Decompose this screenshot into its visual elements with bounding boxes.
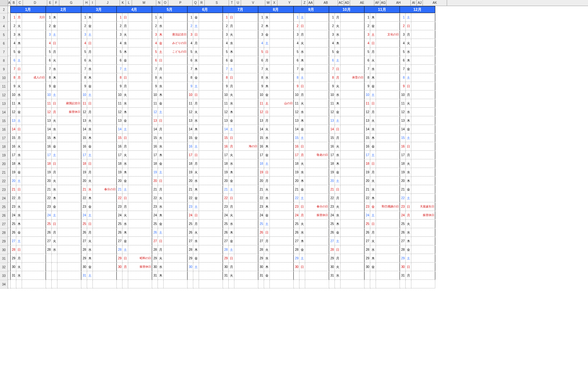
day-num-m1-d21[interactable]: 21 [11, 185, 16, 194]
day-num-m5-d19[interactable]: 19 [152, 168, 158, 177]
day-num-m7-d7[interactable]: 7 [223, 65, 229, 73]
holiday-m2-d7[interactable] [57, 65, 81, 73]
day-name-m12-d30[interactable]: 日 [406, 263, 411, 271]
holiday-m3-d6[interactable] [93, 56, 117, 65]
day-name-m11-d7[interactable]: 水 [370, 65, 376, 73]
holiday-m5-d4[interactable]: みどりの日 [164, 39, 187, 47]
day-name-m12-d23[interactable]: 日 [406, 203, 411, 211]
day-name-m12-d27[interactable]: 木 [406, 237, 411, 245]
day-name-m10-d25[interactable]: 木 [335, 220, 341, 228]
day-name-m7-d20[interactable]: 金 [229, 177, 234, 185]
day-name-m5-d17[interactable]: 木 [158, 151, 164, 159]
day-name-m12-d31[interactable]: 月 [406, 271, 411, 280]
day-num-m7-d9[interactable]: 9 [223, 82, 229, 90]
holiday-m9-d31[interactable] [305, 271, 329, 280]
holiday-m2-d16[interactable] [57, 142, 81, 151]
day-name-m7-d23[interactable]: 月 [229, 203, 234, 211]
col-header-D[interactable]: D [23, 0, 47, 6]
holiday-m5-d15[interactable] [164, 134, 187, 142]
day-num-m2-d13[interactable]: 13 [46, 117, 52, 125]
day-num-m1-d13[interactable]: 13 [11, 117, 16, 125]
holiday-m12-d22[interactable] [411, 194, 435, 202]
day-num-m3-d16[interactable]: 16 [81, 142, 87, 151]
holiday-m1-d24[interactable] [22, 211, 46, 220]
day-num-m2-d3[interactable]: 3 [46, 31, 52, 39]
holiday-m12-d30[interactable] [411, 263, 435, 271]
day-num-m8-d26[interactable]: 26 [258, 228, 264, 237]
day-num-m9-d6[interactable]: 6 [294, 56, 299, 65]
holiday-m7-d9[interactable] [234, 82, 258, 90]
day-num-m12-d27[interactable]: 27 [400, 237, 406, 245]
day-name-m10-d30[interactable]: 火 [335, 263, 341, 271]
day-name-m2-d28[interactable]: 水 [52, 246, 57, 254]
day-num-m11-d5[interactable]: 5 [364, 48, 370, 56]
day-name-m5-d6[interactable]: 日 [158, 56, 164, 65]
row-header-9[interactable]: 9 [0, 65, 8, 74]
day-num-m8-d13[interactable]: 13 [258, 117, 264, 125]
holiday-m7-d19[interactable] [234, 168, 258, 177]
holiday-m3-d27[interactable] [93, 237, 117, 245]
holiday-m12-d24[interactable]: 振替休日 [411, 211, 435, 220]
day-num-m4-d9[interactable]: 9 [117, 82, 122, 90]
day-num-m11-d22[interactable]: 22 [364, 194, 370, 202]
row-header-5[interactable]: 5 [0, 31, 8, 39]
day-num-m11-d7[interactable]: 7 [364, 65, 370, 73]
day-name-m2-d6[interactable]: 火 [52, 56, 57, 65]
day-name-m10-d2[interactable]: 火 [335, 22, 341, 30]
cell-A19[interactable] [8, 151, 11, 159]
holiday-m1-d23[interactable] [22, 203, 46, 211]
day-name-m1-d2[interactable]: 火 [16, 22, 22, 30]
day-name-m6-d28[interactable]: 木 [193, 246, 199, 254]
col-header-V[interactable]: V [241, 0, 265, 6]
day-name-m2-d10[interactable]: 土 [52, 91, 57, 99]
holiday-m6-d26[interactable] [199, 228, 223, 237]
holiday-m6-d6[interactable] [199, 56, 223, 65]
day-num-m3-d10[interactable]: 10 [81, 91, 87, 99]
day-name-m2-d16[interactable]: 金 [52, 142, 57, 151]
col-header-AF[interactable]: AF [374, 0, 380, 6]
holiday-m1-d27[interactable] [22, 237, 46, 245]
day-num-m10-d18[interactable]: 18 [329, 160, 335, 168]
day-name-m10-d28[interactable]: 日 [335, 246, 341, 254]
day-name-m11-d16[interactable]: 金 [370, 142, 376, 151]
day-num-m6-d17[interactable]: 17 [187, 151, 193, 159]
day-num-m2-d19[interactable]: 19 [46, 168, 52, 177]
day-name-m10-d8[interactable]: 月 [335, 74, 341, 82]
holiday-m11-d30[interactable] [376, 263, 400, 271]
holiday-m11-d10[interactable] [376, 91, 400, 99]
day-num-m6-d10[interactable]: 10 [187, 91, 193, 99]
day-num-m9-d4[interactable]: 4 [294, 39, 299, 47]
day-num-m10-d23[interactable]: 23 [329, 203, 335, 211]
holiday-m10-d31[interactable] [341, 271, 364, 280]
day-name-m1-d25[interactable]: 木 [16, 220, 22, 228]
day-num-m8-d4[interactable]: 4 [258, 39, 264, 47]
day-num-m4-d30[interactable]: 30 [117, 263, 122, 271]
day-num-m2-d17[interactable]: 17 [46, 151, 52, 159]
holiday-m4-d5[interactable] [128, 48, 152, 56]
day-num-m3-d18[interactable]: 18 [81, 160, 87, 168]
day-num-m12-d31[interactable]: 31 [400, 271, 406, 280]
day-num-m8-d8[interactable]: 8 [258, 74, 264, 82]
holiday-m11-d20[interactable] [376, 177, 400, 185]
day-num-m6-d25[interactable]: 25 [187, 220, 193, 228]
day-num-m1-d12[interactable]: 12 [11, 108, 16, 116]
holiday-m12-d11[interactable] [411, 99, 435, 108]
day-num-m1-d4[interactable]: 4 [11, 39, 16, 47]
day-name-m1-d11[interactable]: 木 [16, 99, 22, 108]
day-name-m9-d2[interactable]: 日 [299, 22, 305, 30]
holiday-m1-d25[interactable] [22, 220, 46, 228]
day-name-m1-d6[interactable]: 土 [16, 56, 22, 65]
day-num-m9-d23[interactable]: 23 [294, 203, 299, 211]
day-name-m7-d25[interactable]: 水 [229, 220, 234, 228]
col-header-AK[interactable]: AK [423, 0, 447, 6]
holiday-m3-d22[interactable] [93, 194, 117, 202]
day-num-m6-d7[interactable]: 7 [187, 65, 193, 73]
row-header-15[interactable]: 15 [0, 117, 8, 125]
day-name-m5-d30[interactable]: 水 [158, 263, 164, 271]
holiday-m11-d19[interactable] [376, 168, 400, 177]
holiday-m3-d25[interactable] [93, 220, 117, 228]
holiday-m3-d24[interactable] [93, 211, 117, 220]
day-num-m2-d21[interactable]: 21 [46, 185, 52, 194]
col-header-AC[interactable]: AC [338, 0, 344, 6]
holiday-m5-d13[interactable] [164, 117, 187, 125]
